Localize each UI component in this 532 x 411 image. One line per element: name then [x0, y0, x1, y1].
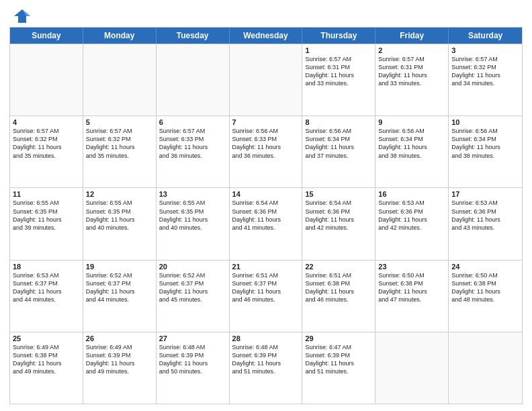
- day-number: 26: [86, 334, 153, 342]
- day-number: 18: [13, 263, 80, 271]
- calendar-cell: [449, 332, 522, 404]
- day-number: 7: [232, 118, 300, 126]
- day-info: Sunrise: 6:57 AM Sunset: 6:32 PM Dayligh…: [451, 55, 519, 88]
- calendar-cell: 5Sunrise: 6:57 AM Sunset: 6:32 PM Daylig…: [83, 116, 157, 187]
- day-number: 25: [13, 334, 80, 342]
- calendar-cell: 28Sunrise: 6:48 AM Sunset: 6:39 PM Dayli…: [230, 332, 303, 404]
- weekday-header-thursday: Thursday: [302, 28, 375, 44]
- day-info: Sunrise: 6:57 AM Sunset: 6:32 PM Dayligh…: [86, 127, 153, 160]
- calendar-cell: 1Sunrise: 6:57 AM Sunset: 6:31 PM Daylig…: [302, 44, 375, 116]
- calendar-header-row: SundayMondayTuesdayWednesdayThursdayFrid…: [10, 28, 522, 44]
- day-number: 23: [378, 263, 445, 271]
- calendar-row-4: 18Sunrise: 6:53 AM Sunset: 6:37 PM Dayli…: [10, 260, 522, 332]
- day-info: Sunrise: 6:50 AM Sunset: 6:38 PM Dayligh…: [451, 271, 519, 304]
- day-info: Sunrise: 6:52 AM Sunset: 6:37 PM Dayligh…: [86, 271, 153, 304]
- day-number: 13: [159, 190, 226, 198]
- calendar-cell: 27Sunrise: 6:48 AM Sunset: 6:39 PM Dayli…: [157, 332, 230, 404]
- weekday-header-tuesday: Tuesday: [157, 28, 230, 44]
- calendar-cell: 13Sunrise: 6:55 AM Sunset: 6:35 PM Dayli…: [157, 188, 230, 259]
- day-number: 20: [159, 263, 226, 271]
- day-info: Sunrise: 6:56 AM Sunset: 6:34 PM Dayligh…: [378, 127, 445, 160]
- calendar-cell: [83, 44, 157, 116]
- weekday-header-friday: Friday: [375, 28, 449, 44]
- calendar-cell: 22Sunrise: 6:51 AM Sunset: 6:38 PM Dayli…: [302, 261, 375, 332]
- day-info: Sunrise: 6:54 AM Sunset: 6:36 PM Dayligh…: [305, 199, 372, 232]
- calendar-cell: [230, 44, 303, 116]
- calendar-cell: 8Sunrise: 6:56 AM Sunset: 6:34 PM Daylig…: [302, 116, 375, 187]
- day-info: Sunrise: 6:53 AM Sunset: 6:36 PM Dayligh…: [378, 199, 445, 232]
- calendar-cell: 10Sunrise: 6:56 AM Sunset: 6:34 PM Dayli…: [449, 116, 522, 187]
- calendar-cell: 4Sunrise: 6:57 AM Sunset: 6:32 PM Daylig…: [10, 116, 83, 187]
- header: [9, 7, 523, 23]
- day-info: Sunrise: 6:56 AM Sunset: 6:34 PM Dayligh…: [451, 127, 519, 160]
- page: SundayMondayTuesdayWednesdayThursdayFrid…: [0, 0, 532, 411]
- calendar-cell: 7Sunrise: 6:56 AM Sunset: 6:33 PM Daylig…: [230, 116, 303, 187]
- calendar-cell: 20Sunrise: 6:52 AM Sunset: 6:37 PM Dayli…: [157, 261, 230, 332]
- day-info: Sunrise: 6:56 AM Sunset: 6:33 PM Dayligh…: [232, 127, 300, 160]
- day-info: Sunrise: 6:56 AM Sunset: 6:34 PM Dayligh…: [305, 127, 372, 160]
- day-info: Sunrise: 6:50 AM Sunset: 6:38 PM Dayligh…: [378, 271, 445, 304]
- day-info: Sunrise: 6:53 AM Sunset: 6:37 PM Dayligh…: [13, 271, 80, 304]
- day-info: Sunrise: 6:55 AM Sunset: 6:35 PM Dayligh…: [86, 199, 153, 232]
- day-number: 8: [305, 118, 372, 126]
- day-info: Sunrise: 6:55 AM Sunset: 6:35 PM Dayligh…: [13, 199, 80, 232]
- day-info: Sunrise: 6:48 AM Sunset: 6:39 PM Dayligh…: [232, 343, 300, 376]
- day-info: Sunrise: 6:57 AM Sunset: 6:33 PM Dayligh…: [159, 127, 226, 160]
- day-info: Sunrise: 6:57 AM Sunset: 6:31 PM Dayligh…: [305, 55, 372, 88]
- day-number: 22: [305, 263, 372, 271]
- weekday-header-saturday: Saturday: [449, 28, 522, 44]
- day-number: 6: [159, 118, 226, 126]
- day-info: Sunrise: 6:51 AM Sunset: 6:37 PM Dayligh…: [232, 271, 300, 304]
- calendar-cell: 14Sunrise: 6:54 AM Sunset: 6:36 PM Dayli…: [230, 188, 303, 259]
- day-number: 9: [378, 118, 445, 126]
- calendar-cell: 26Sunrise: 6:49 AM Sunset: 6:39 PM Dayli…: [83, 332, 157, 404]
- calendar-cell: 18Sunrise: 6:53 AM Sunset: 6:37 PM Dayli…: [10, 261, 83, 332]
- day-number: 17: [451, 190, 519, 198]
- day-info: Sunrise: 6:47 AM Sunset: 6:39 PM Dayligh…: [305, 343, 372, 376]
- calendar-cell: 19Sunrise: 6:52 AM Sunset: 6:37 PM Dayli…: [83, 261, 157, 332]
- day-number: 15: [305, 190, 372, 198]
- calendar-cell: 23Sunrise: 6:50 AM Sunset: 6:38 PM Dayli…: [375, 261, 449, 332]
- weekday-header-wednesday: Wednesday: [230, 28, 303, 44]
- calendar-cell: 29Sunrise: 6:47 AM Sunset: 6:39 PM Dayli…: [302, 332, 375, 404]
- day-info: Sunrise: 6:54 AM Sunset: 6:36 PM Dayligh…: [232, 199, 300, 232]
- calendar: SundayMondayTuesdayWednesdayThursdayFrid…: [9, 27, 523, 404]
- calendar-cell: [375, 332, 449, 404]
- day-info: Sunrise: 6:55 AM Sunset: 6:35 PM Dayligh…: [159, 199, 226, 232]
- day-number: 5: [86, 118, 153, 126]
- calendar-cell: 9Sunrise: 6:56 AM Sunset: 6:34 PM Daylig…: [375, 116, 449, 187]
- calendar-cell: 25Sunrise: 6:49 AM Sunset: 6:38 PM Dayli…: [10, 332, 83, 404]
- calendar-row-5: 25Sunrise: 6:49 AM Sunset: 6:38 PM Dayli…: [10, 332, 522, 404]
- calendar-cell: 2Sunrise: 6:57 AM Sunset: 6:31 PM Daylig…: [375, 44, 449, 116]
- day-info: Sunrise: 6:48 AM Sunset: 6:39 PM Dayligh…: [159, 343, 226, 376]
- calendar-cell: 24Sunrise: 6:50 AM Sunset: 6:38 PM Dayli…: [449, 261, 522, 332]
- logo: [9, 7, 32, 23]
- calendar-row-3: 11Sunrise: 6:55 AM Sunset: 6:35 PM Dayli…: [10, 187, 522, 259]
- day-number: 11: [13, 190, 80, 198]
- day-number: 16: [378, 190, 445, 198]
- calendar-row-1: 1Sunrise: 6:57 AM Sunset: 6:31 PM Daylig…: [10, 44, 522, 116]
- day-number: 29: [305, 334, 372, 342]
- day-info: Sunrise: 6:52 AM Sunset: 6:37 PM Dayligh…: [159, 271, 226, 304]
- day-number: 27: [159, 334, 226, 342]
- day-info: Sunrise: 6:57 AM Sunset: 6:31 PM Dayligh…: [378, 55, 445, 88]
- calendar-cell: 3Sunrise: 6:57 AM Sunset: 6:32 PM Daylig…: [449, 44, 522, 116]
- calendar-cell: 17Sunrise: 6:53 AM Sunset: 6:36 PM Dayli…: [449, 188, 522, 259]
- day-info: Sunrise: 6:57 AM Sunset: 6:32 PM Dayligh…: [13, 127, 80, 160]
- day-info: Sunrise: 6:49 AM Sunset: 6:38 PM Dayligh…: [13, 343, 80, 376]
- calendar-cell: [157, 44, 230, 116]
- day-number: 21: [232, 263, 300, 271]
- day-number: 2: [378, 46, 445, 54]
- calendar-cell: [10, 44, 83, 116]
- calendar-cell: 12Sunrise: 6:55 AM Sunset: 6:35 PM Dayli…: [83, 188, 157, 259]
- day-number: 3: [451, 46, 519, 54]
- calendar-row-2: 4Sunrise: 6:57 AM Sunset: 6:32 PM Daylig…: [10, 116, 522, 187]
- calendar-cell: 21Sunrise: 6:51 AM Sunset: 6:37 PM Dayli…: [230, 261, 303, 332]
- logo-bird-icon: [13, 7, 32, 26]
- calendar-cell: 6Sunrise: 6:57 AM Sunset: 6:33 PM Daylig…: [157, 116, 230, 187]
- calendar-cell: 11Sunrise: 6:55 AM Sunset: 6:35 PM Dayli…: [10, 188, 83, 259]
- day-info: Sunrise: 6:51 AM Sunset: 6:38 PM Dayligh…: [305, 271, 372, 304]
- day-number: 12: [86, 190, 153, 198]
- day-number: 14: [232, 190, 300, 198]
- day-number: 28: [232, 334, 300, 342]
